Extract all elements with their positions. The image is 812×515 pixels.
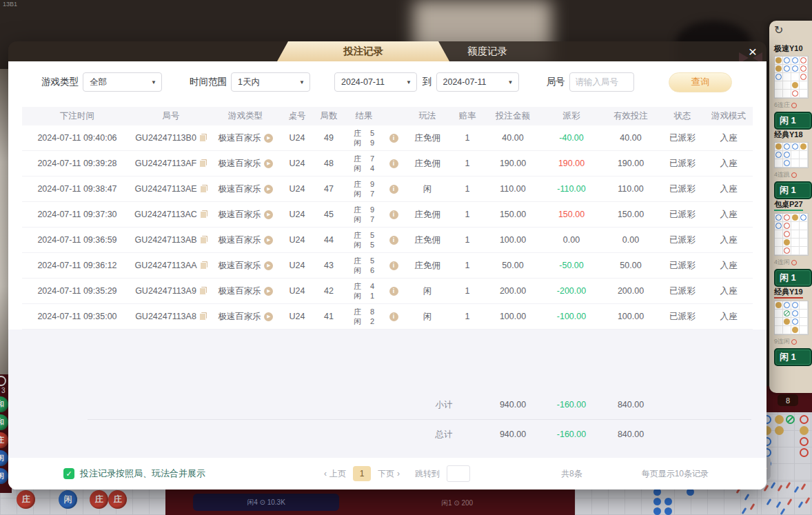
game-result-bar: 闲 1 [774, 112, 812, 130]
play-icon[interactable]: ▶ [264, 159, 273, 168]
copy-icon[interactable] [200, 261, 207, 270]
tab-quota-records[interactable]: 额度记录 [449, 41, 525, 61]
payout: -200.00 [542, 286, 601, 296]
game-name: 极速Y10 [774, 43, 803, 54]
game-type: 极速百家乐 ▶ [210, 209, 281, 221]
info-icon[interactable]: i [389, 134, 398, 143]
status-badge: 已派彩 [660, 132, 704, 144]
bet-time: 2024-07-11 09:40:06 [22, 133, 132, 143]
derived-road [761, 481, 812, 515]
date-to-value: 2024-07-11 [443, 77, 487, 87]
time-range-select[interactable]: 1天内 ▼ [231, 72, 310, 92]
right-road-column: 8 › [761, 386, 812, 515]
checkbox-checked-icon[interactable]: ✓ [63, 468, 74, 479]
info-icon[interactable]: i [389, 210, 398, 219]
game-list-sidebar: ↻ 极速Y10 6连庄 闲 1 经典Y18 4连跳 闲 1 [769, 21, 812, 393]
column-header: 游戏模式 [704, 110, 753, 122]
status-badge: 已派彩 [660, 158, 704, 170]
info-icon[interactable]: i [389, 312, 398, 321]
next-page-button[interactable]: 下页› [378, 468, 400, 480]
modal-footer: ✓ 投注记录按照局、玩法合并展示 ‹上页 1 下页› 跳转到 共8条 每页显示1… [8, 458, 767, 489]
odds: 1 [451, 235, 484, 245]
info-icon[interactable]: i [389, 236, 398, 245]
round-input[interactable] [569, 72, 634, 92]
odds: 1 [451, 261, 484, 270]
valid-bet: 100.00 [601, 312, 660, 321]
game-card[interactable]: 包桌P27 4连闲 闲 1 [774, 199, 812, 287]
round-id: GU24247113AE [132, 184, 210, 194]
play-icon[interactable]: ▶ [264, 236, 273, 245]
game-card[interactable]: 经典Y18 4连跳 闲 1 [774, 130, 812, 199]
column-header: 玩法 [404, 110, 451, 122]
streak-row: 6连庄 [774, 101, 812, 110]
game-type-select[interactable]: 全部 ▼ [83, 72, 162, 92]
copy-icon[interactable] [200, 236, 207, 244]
big-road: › [761, 412, 812, 481]
jump-page-input[interactable] [447, 465, 470, 482]
date-from-value: 2024-07-11 [341, 77, 385, 87]
search-button[interactable]: 查询 [669, 72, 732, 92]
date-from-select[interactable]: 2024-07-11 ▼ [334, 72, 417, 92]
game-mode: 入座 [704, 234, 753, 246]
table-no: U24 [281, 184, 313, 194]
play-icon[interactable]: ▶ [264, 185, 273, 194]
column-header: 游戏类型 [210, 110, 281, 122]
close-icon[interactable]: × [749, 41, 757, 61]
game-type: 极速百家乐 ▶ [210, 158, 281, 170]
total-valid: 840.00 [601, 430, 660, 439]
column-header: 结果 [345, 110, 383, 122]
streak-row: 4连闲 [774, 258, 812, 267]
prev-page-button[interactable]: ‹上页 [324, 468, 346, 480]
play-icon[interactable]: ▶ [264, 210, 273, 219]
play-icon[interactable]: ▶ [264, 261, 273, 270]
info-icon[interactable]: i [389, 185, 398, 194]
game-result-bar: 闲 1 [774, 269, 812, 287]
copy-icon[interactable] [199, 134, 207, 142]
merge-checkbox-group[interactable]: ✓ 投注记录按照局、玩法合并展示 [63, 467, 270, 480]
bead: 闲 [0, 450, 8, 466]
copy-icon[interactable] [200, 185, 207, 193]
info-icon[interactable]: i [389, 159, 398, 168]
table-no: U24 [281, 159, 313, 168]
play-icon[interactable]: ▶ [264, 287, 273, 296]
round-no: 49 [313, 133, 345, 143]
game-type: 极速百家乐 ▶ [210, 234, 281, 246]
valid-bet: 190.00 [601, 159, 660, 168]
status-badge: 已派彩 [660, 209, 704, 221]
round-count-badge: 8 [778, 394, 798, 406]
valid-bet: 200.00 [601, 286, 660, 296]
bet-records-modal: 投注记录 额度记录 × 游戏类型 全部 ▼ 时间范围 1天内 ▼ 2024-07… [8, 41, 767, 489]
bet-amount: 100.00 [484, 235, 542, 245]
info-icon[interactable]: i [389, 261, 398, 270]
streak-label: 4连跳 [774, 170, 790, 179]
payout: 0.00 [542, 235, 601, 245]
status-badge: 已派彩 [660, 311, 704, 323]
current-page[interactable]: 1 [353, 466, 371, 481]
game-card[interactable]: 经典Y19 9连闲 闲 1 [774, 287, 812, 366]
game-mode: 入座 [704, 311, 753, 323]
bet-stat-text: 闲1 ⊙ 200 [441, 498, 473, 508]
game-result-bar: 闲 1 [774, 181, 812, 199]
play-type: 闲 [404, 285, 451, 297]
play-icon[interactable]: ▶ [264, 134, 273, 143]
odds: 1 [451, 286, 484, 296]
play-icon[interactable]: ▶ [264, 312, 273, 321]
ring-icon [0, 376, 6, 386]
odds: 1 [451, 312, 484, 321]
bead-row: 庄闲庄庄 [0, 490, 127, 509]
game-card[interactable]: 极速Y10 6连庄 闲 1 [774, 43, 812, 130]
tab-bet-records[interactable]: 投注记录 [277, 41, 449, 61]
bet-time: 2024-07-11 09:36:59 [22, 235, 132, 245]
copy-icon[interactable] [199, 287, 207, 295]
copy-icon[interactable] [199, 159, 207, 168]
total-count: 共8条 [561, 468, 582, 480]
play-type: 庄免佣 [404, 132, 451, 144]
table-no: U24 [281, 235, 313, 245]
refresh-icon[interactable]: ↻ [774, 23, 812, 37]
date-to-select[interactable]: 2024-07-11 ▼ [436, 72, 519, 92]
info-icon[interactable]: i [389, 287, 398, 296]
bet-amount: 200.00 [484, 286, 542, 296]
copy-icon[interactable] [200, 210, 207, 219]
bet-time: 2024-07-11 09:36:12 [22, 261, 132, 270]
copy-icon[interactable] [199, 312, 207, 321]
